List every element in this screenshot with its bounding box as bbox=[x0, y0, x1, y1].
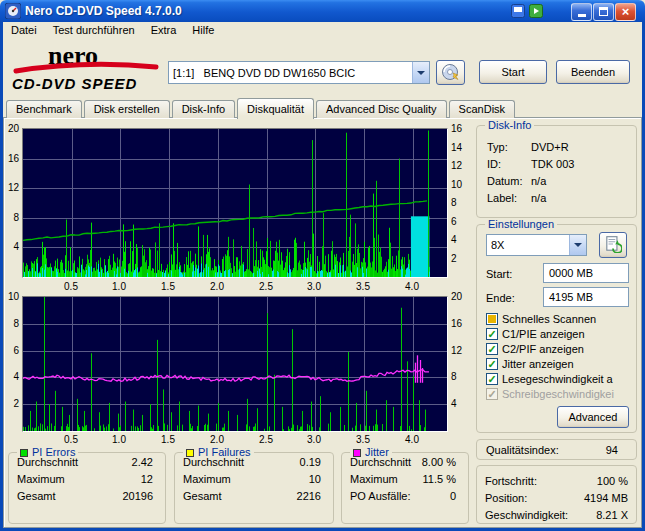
titlebar: Nero CD-DVD Speed 4.7.0.0 × bbox=[0, 0, 645, 22]
tab-advanced-disc-quality[interactable]: Advanced Disc Quality bbox=[316, 100, 447, 118]
stat-label: Maximum bbox=[17, 473, 65, 485]
checkbox-box-icon[interactable]: ✓ bbox=[486, 373, 498, 385]
start-field-label: Start: bbox=[486, 268, 512, 280]
quality-index-value: 94 bbox=[606, 444, 618, 456]
tab-benchmark[interactable]: Benchmark bbox=[6, 100, 82, 118]
axis-tick: 20 bbox=[451, 291, 469, 302]
refresh-disc-button[interactable] bbox=[599, 232, 627, 258]
disc-icon bbox=[441, 62, 461, 82]
tab-scandisk[interactable]: ScanDisk bbox=[449, 100, 515, 118]
axis-tick: 4 bbox=[451, 398, 469, 409]
tabstrip: BenchmarkDisk erstellenDisk-InfoDiskqual… bbox=[6, 97, 517, 118]
progress-row: Fortschritt:100 % bbox=[485, 472, 628, 489]
start-button[interactable]: Start bbox=[479, 60, 547, 84]
stat-value: 11.5 % bbox=[423, 473, 456, 485]
checkbox-box-icon[interactable] bbox=[486, 313, 498, 325]
checkbox-box-icon[interactable]: ✓ bbox=[486, 388, 498, 400]
stat-label: PO Ausfälle: bbox=[350, 490, 411, 502]
axis-tick: 0.5 bbox=[59, 281, 83, 292]
progress-value: 100 % bbox=[597, 475, 628, 487]
chevron-down-icon[interactable] bbox=[569, 235, 586, 255]
burn-disc-button[interactable] bbox=[436, 60, 465, 85]
stat-value: 0 bbox=[450, 490, 456, 502]
jitter-title: Jitter bbox=[350, 446, 392, 458]
checkbox-schnelles-scannen[interactable]: Schnelles Scannen bbox=[486, 311, 634, 326]
window-title: Nero CD-DVD Speed 4.7.0.0 bbox=[25, 4, 182, 18]
chevron-down-icon[interactable] bbox=[412, 62, 429, 83]
close-button[interactable]: × bbox=[615, 3, 636, 21]
stat-label: Maximum bbox=[350, 473, 398, 485]
disk-info-rows: Typ:DVD+RID:TDK 003Datum:n/aLabel:n/a bbox=[487, 138, 630, 206]
minimize-button[interactable] bbox=[571, 3, 592, 21]
stat-box-title-text: PI Errors bbox=[32, 446, 75, 458]
end-field-label: Ende: bbox=[486, 292, 515, 304]
checkbox-label: Schreibgeschwindigkei bbox=[502, 388, 614, 400]
menu-test-durchführen[interactable]: Test durchführen bbox=[45, 22, 143, 38]
disk-info-row: Datum:n/a bbox=[487, 172, 630, 189]
disk-info-title: Disk-Info bbox=[485, 119, 534, 131]
tab-disk-erstellen[interactable]: Disk erstellen bbox=[84, 100, 170, 118]
axis-tick: 16 bbox=[451, 318, 469, 329]
minimize-icon bbox=[578, 14, 586, 17]
quit-button[interactable]: Beenden bbox=[556, 60, 630, 84]
checkbox-c2-pif-anzeigen[interactable]: ✓C2/PIF anzeigen bbox=[486, 341, 634, 356]
start-field[interactable]: 0000 MB bbox=[543, 263, 629, 283]
axis-tick: 2.5 bbox=[254, 281, 278, 292]
disk-info-group: Disk-Info Typ:DVD+RID:TDK 003Datum:n/aLa… bbox=[476, 125, 637, 218]
tab-diskqualität[interactable]: Diskqualität bbox=[237, 98, 314, 119]
progress-value: 8.21 X bbox=[596, 509, 628, 521]
scan-speed-select[interactable]: 8X bbox=[486, 234, 587, 256]
stat-value: 2216 bbox=[297, 490, 321, 502]
menu-datei[interactable]: Datei bbox=[3, 22, 45, 38]
check-icon: ✓ bbox=[487, 344, 496, 354]
axis-tick: 2.0 bbox=[205, 281, 229, 292]
pi-failures-color-chip-icon bbox=[186, 449, 194, 457]
menu-extra[interactable]: Extra bbox=[143, 22, 185, 38]
check-icon: ✓ bbox=[487, 389, 496, 399]
menubar: DateiTest durchführenExtraHilfe bbox=[3, 22, 642, 40]
axis-tick: 8 bbox=[451, 371, 469, 382]
pi-errors-color-chip-icon bbox=[20, 449, 28, 457]
tab-disk-info[interactable]: Disk-Info bbox=[172, 100, 235, 118]
stat-box-title-text: Jitter bbox=[365, 446, 389, 458]
pi-errors-chart bbox=[22, 128, 448, 278]
axis-tick: 2.5 bbox=[254, 434, 278, 445]
stat-box-title-text: PI Failures bbox=[198, 446, 251, 458]
advanced-button[interactable]: Advanced bbox=[557, 406, 629, 428]
progress-box: Fortschritt:100 %Position:4194 MBGeschwi… bbox=[476, 465, 637, 524]
end-field[interactable]: 4195 MB bbox=[543, 287, 629, 307]
stat-row: Maximum11.5 % bbox=[342, 470, 468, 487]
progress-rows: Fortschritt:100 %Position:4194 MBGeschwi… bbox=[485, 472, 628, 523]
stat-label: Gesamt bbox=[183, 490, 222, 502]
drive-select-value: [1:1] BENQ DVD DD DW1650 BCIC bbox=[169, 67, 412, 79]
nero-logo: nero CD-DVD SPEED bbox=[8, 41, 162, 95]
stat-value: 20196 bbox=[122, 490, 153, 502]
stat-value: 8.00 % bbox=[422, 456, 456, 468]
axis-tick: 4 bbox=[451, 234, 469, 245]
drive-select[interactable]: [1:1] BENQ DVD DD DW1650 BCIC bbox=[168, 61, 430, 84]
quality-index-box: Qualitätsindex: 94 bbox=[476, 439, 637, 460]
checkbox-label: Jitter anzeigen bbox=[502, 358, 574, 370]
disk-info-row: ID:TDK 003 bbox=[487, 155, 630, 172]
checkbox-jitter-anzeigen[interactable]: ✓Jitter anzeigen bbox=[486, 356, 634, 371]
stat-value: 2.42 bbox=[132, 456, 153, 468]
checkbox-label: C1/PIE anzeigen bbox=[502, 328, 585, 340]
checkbox-box-icon[interactable]: ✓ bbox=[486, 343, 498, 355]
check-icon: ✓ bbox=[487, 359, 496, 369]
settings-group: Einstellungen 8X Start: 0000 MB Ende: 41… bbox=[476, 224, 637, 433]
stat-label: Maximum bbox=[183, 473, 231, 485]
maximize-button[interactable] bbox=[593, 3, 614, 21]
titlebar-badge-green-icon bbox=[529, 4, 543, 18]
quality-index-label: Qualitätsindex: bbox=[486, 444, 559, 456]
checkbox-schreibgeschwindigkei[interactable]: ✓Schreibgeschwindigkei bbox=[486, 386, 634, 401]
checkbox-partial-fill bbox=[488, 315, 496, 323]
disk-info-value: n/a bbox=[531, 175, 546, 187]
checkbox-box-icon[interactable]: ✓ bbox=[486, 358, 498, 370]
checkbox-lesegeschwindigkeit-a[interactable]: ✓Lesegeschwindigkeit a bbox=[486, 371, 634, 386]
stat-row: Maximum10 bbox=[175, 470, 333, 487]
checkbox-box-icon[interactable]: ✓ bbox=[486, 328, 498, 340]
menu-hilfe[interactable]: Hilfe bbox=[184, 22, 222, 38]
stat-value: 0.19 bbox=[300, 456, 321, 468]
stat-value: 10 bbox=[309, 473, 321, 485]
checkbox-c1-pie-anzeigen[interactable]: ✓C1/PIE anzeigen bbox=[486, 326, 634, 341]
